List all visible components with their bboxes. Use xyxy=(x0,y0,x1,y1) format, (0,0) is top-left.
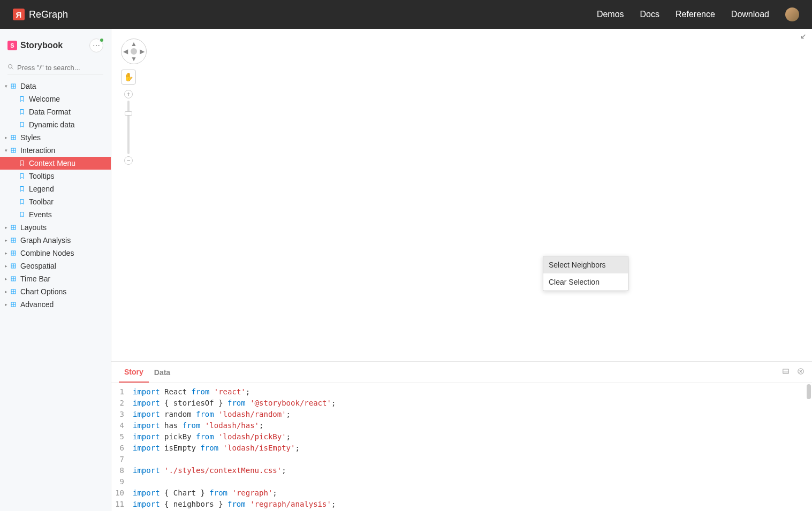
arrow-up-icon[interactable]: ▲ xyxy=(131,40,137,48)
bookmark-icon xyxy=(18,121,26,128)
bookmark-icon xyxy=(18,95,26,103)
code-line: 9 xyxy=(111,476,812,487)
grid-icon xyxy=(10,275,17,283)
nav-controls: ▲ ▼ ◀ ▶ ✋ + − xyxy=(121,39,147,165)
user-avatar[interactable] xyxy=(785,7,799,21)
grid-icon xyxy=(10,262,17,270)
pan-center-icon[interactable] xyxy=(131,48,137,55)
tree-label: Welcome xyxy=(29,95,60,103)
tree-welcome[interactable]: Welcome xyxy=(0,93,111,105)
tree-label: Advanced xyxy=(20,300,54,309)
zoom-slider[interactable] xyxy=(127,101,130,154)
caret-icon: ▸ xyxy=(3,263,9,269)
code-line: 2import { storiesOf } from '@storybook/r… xyxy=(111,398,812,409)
storybook-logo-icon: S xyxy=(7,41,17,50)
tree-time-bar[interactable]: ▸Time Bar xyxy=(0,272,111,285)
tree-label: Data xyxy=(20,82,36,90)
panel-layout-icon[interactable] xyxy=(782,368,790,377)
panel-close-icon[interactable] xyxy=(797,368,805,377)
tree-label: Interaction xyxy=(20,146,55,155)
context-menu: Select Neighbors Clear Selection xyxy=(543,256,628,291)
grid-icon xyxy=(10,301,17,308)
grid-icon xyxy=(10,237,17,244)
brand-name: ReGraph xyxy=(29,9,68,20)
caret-icon: ▾ xyxy=(3,83,9,89)
tree-legend[interactable]: Legend xyxy=(0,182,111,195)
nav-download[interactable]: Download xyxy=(731,10,769,19)
nav-reference[interactable]: Reference xyxy=(676,10,715,19)
tree-label: Combine Nodes xyxy=(20,249,74,257)
grid-icon xyxy=(10,82,17,90)
tree-geospatial[interactable]: ▸Geospatial xyxy=(0,260,111,272)
tree-label: Dynamic data xyxy=(29,120,75,129)
tree-dynamic-data[interactable]: Dynamic data xyxy=(0,118,111,131)
tree-label: Events xyxy=(29,210,52,219)
svg-point-0 xyxy=(9,65,12,68)
nav-docs[interactable]: Docs xyxy=(640,10,659,19)
code-line: 6import isEmpty from 'lodash/isEmpty'; xyxy=(111,443,812,454)
ctx-clear-selection[interactable]: Clear Selection xyxy=(543,273,628,291)
bottom-tabs: Story Data xyxy=(111,362,812,383)
grid-icon xyxy=(10,249,17,257)
arrow-right-icon[interactable]: ▶ xyxy=(140,48,145,55)
arrow-down-icon[interactable]: ▼ xyxy=(131,55,137,63)
tab-data[interactable]: Data xyxy=(149,363,176,382)
brand-logo[interactable]: Я ReGraph xyxy=(13,9,68,20)
bookmark-icon xyxy=(18,108,26,116)
expand-diagonal-icon[interactable] xyxy=(800,31,809,41)
bookmark-icon xyxy=(18,211,26,218)
code-line: 11import { neighbors } from 'regraph/ana… xyxy=(111,499,812,510)
tree-label: Layouts xyxy=(20,223,47,232)
code-line: 8import './styles/contextMenu.css'; xyxy=(111,465,812,476)
arrow-left-icon[interactable]: ◀ xyxy=(123,48,128,55)
tree-toolbar[interactable]: Toolbar xyxy=(0,195,111,208)
topbar: Я ReGraph Demos Docs Reference Download xyxy=(0,0,812,29)
tree-label: Graph Analysis xyxy=(20,236,71,245)
caret-icon: ▾ xyxy=(3,148,9,153)
tree-combine-nodes[interactable]: ▸Combine Nodes xyxy=(0,247,111,260)
ellipsis-icon: ⋯ xyxy=(93,41,100,50)
caret-icon: ▸ xyxy=(3,135,9,140)
zoom-out-button[interactable]: − xyxy=(124,156,133,165)
hand-icon: ✋ xyxy=(124,72,134,82)
tree-interaction[interactable]: ▾Interaction xyxy=(0,144,111,157)
tree-context-menu[interactable]: Context Menu xyxy=(0,157,111,170)
zoom-handle[interactable] xyxy=(125,111,132,116)
pan-control[interactable]: ▲ ▼ ◀ ▶ xyxy=(121,39,147,64)
tree-graph-analysis[interactable]: ▸Graph Analysis xyxy=(0,234,111,247)
hand-tool-button[interactable]: ✋ xyxy=(121,70,136,85)
sidebar: S Storybook ⋯ ▾DataWelcomeData FormatDyn… xyxy=(0,29,111,511)
storybook-title[interactable]: S Storybook xyxy=(7,41,63,50)
bottom-panel: Story Data 1import React from 'react';2i… xyxy=(111,361,812,511)
nav-demos[interactable]: Demos xyxy=(597,10,624,19)
code-area[interactable]: 1import React from 'react';2import { sto… xyxy=(111,383,812,511)
graph-canvas[interactable]: ▲ ▼ ◀ ▶ ✋ + − Select Neighb xyxy=(111,29,812,361)
tree-tooltips[interactable]: Tooltips xyxy=(0,170,111,182)
brand-badge: Я xyxy=(13,9,25,20)
caret-icon: ▸ xyxy=(3,302,9,307)
storybook-title-text: Storybook xyxy=(20,41,63,50)
code-line: 7 xyxy=(111,454,812,465)
tree-label: Styles xyxy=(20,133,41,142)
tree-chart-options[interactable]: ▸Chart Options xyxy=(0,285,111,298)
ctx-select-neighbors[interactable]: Select Neighbors xyxy=(543,256,628,273)
tree-data[interactable]: ▾Data xyxy=(0,80,111,93)
zoom-in-button[interactable]: + xyxy=(124,90,133,98)
scrollbar-thumb[interactable] xyxy=(807,384,811,399)
search-input-wrap[interactable] xyxy=(7,61,103,74)
caret-icon: ▸ xyxy=(3,276,9,281)
tree-layouts[interactable]: ▸Layouts xyxy=(0,221,111,234)
tree-events[interactable]: Events xyxy=(0,208,111,221)
tree-data-format[interactable]: Data Format xyxy=(0,105,111,118)
bookmark-icon xyxy=(18,198,26,205)
search-input[interactable] xyxy=(17,64,107,72)
tree-label: Geospatial xyxy=(20,262,56,270)
caret-icon: ▸ xyxy=(3,289,9,294)
search-icon xyxy=(7,63,14,72)
tree-label: Chart Options xyxy=(20,287,66,296)
sidebar-more-button[interactable]: ⋯ xyxy=(89,39,103,52)
tree-label: Data Format xyxy=(29,108,71,116)
tree-styles[interactable]: ▸Styles xyxy=(0,131,111,144)
tree-advanced[interactable]: ▸Advanced xyxy=(0,298,111,311)
tab-story[interactable]: Story xyxy=(119,362,149,383)
